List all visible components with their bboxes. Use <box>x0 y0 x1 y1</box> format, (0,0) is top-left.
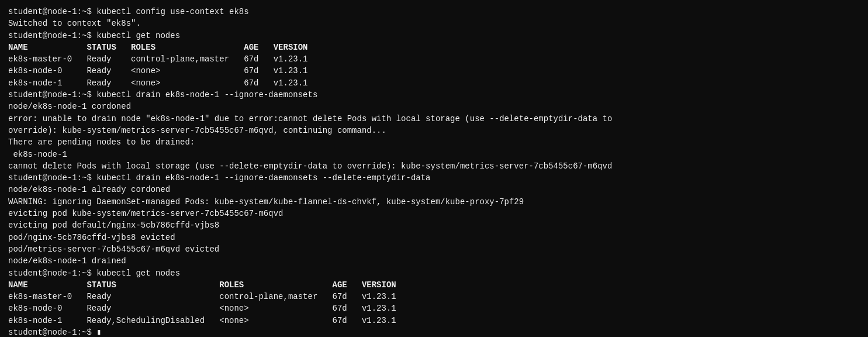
terminal-line: pod/nginx-5cb786cffd-vjbs8 evicted <box>8 232 860 243</box>
terminal-line: override): kube-system/metrics-server-7c… <box>8 125 860 136</box>
terminal-line: student@node-1:~$ kubectl get nodes <box>8 267 860 279</box>
terminal-line: NAME STATUS ROLES AGE VERSION <box>8 279 860 291</box>
terminal-line: ek8s-node-0 Ready <none> 67d v1.23.1 <box>8 302 860 314</box>
terminal-line: cannot delete Pods with local storage (u… <box>8 160 860 172</box>
terminal-line: student@node-1:~$ ▮ <box>8 326 860 337</box>
terminal-line: student@node-1:~$ kubectl config use-con… <box>8 6 860 18</box>
terminal-line: ek8s-node-1 Ready <none> 67d v1.23.1 <box>8 77 860 89</box>
terminal-line: ek8s-master-0 Ready control-plane,master… <box>8 53 860 65</box>
terminal-line: NAME STATUS ROLES AGE VERSION <box>8 42 860 53</box>
terminal-line: student@node-1:~$ kubectl drain ek8s-nod… <box>8 89 860 101</box>
terminal-line: student@node-1:~$ kubectl drain ek8s-nod… <box>8 172 860 184</box>
terminal-line: pod/metrics-server-7cb5455c67-m6qvd evic… <box>8 243 860 255</box>
terminal-line: evicting pod default/nginx-5cb786cffd-vj… <box>8 219 860 231</box>
terminal-line: student@node-1:~$ kubectl get nodes <box>8 30 860 42</box>
terminal-line: WARNING: ignoring DaemonSet-managed Pods… <box>8 196 860 208</box>
terminal-line: error: unable to drain node "ek8s-node-1… <box>8 113 860 125</box>
terminal-line: Switched to context "ek8s". <box>8 18 860 29</box>
terminal-line: node/ek8s-node-1 drained <box>8 255 860 267</box>
terminal-line: ek8s-node-1 Ready,SchedulingDisabled <no… <box>8 315 860 326</box>
terminal-line: ek8s-master-0 Ready control-plane,master… <box>8 291 860 302</box>
terminal-line: ek8s-node-0 Ready <none> 67d v1.23.1 <box>8 65 860 77</box>
terminal-line: node/ek8s-node-1 already cordoned <box>8 184 860 195</box>
terminal-line: evicting pod kube-system/metrics-server-… <box>8 208 860 219</box>
terminal-line: There are pending nodes to be drained: <box>8 136 860 148</box>
terminal-line: node/ek8s-node-1 cordoned <box>8 101 860 112</box>
terminal-output: student@node-1:~$ kubectl config use-con… <box>8 6 860 337</box>
terminal-line: ek8s-node-1 <box>8 149 860 160</box>
